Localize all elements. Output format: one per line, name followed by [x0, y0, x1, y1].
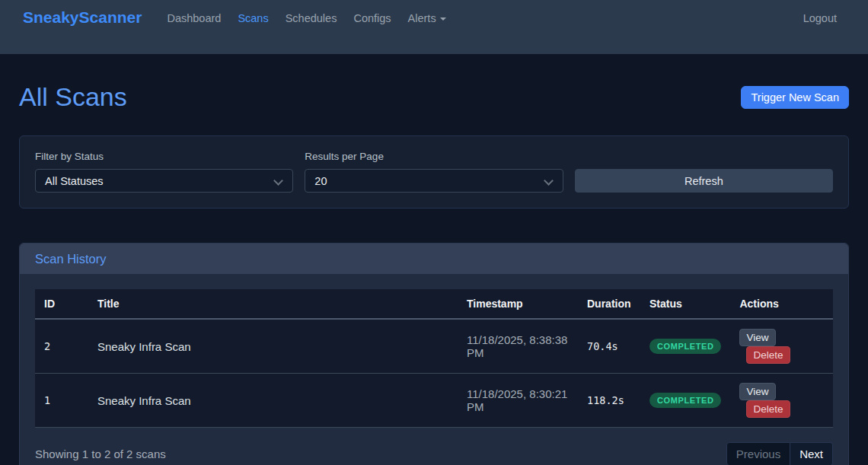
- table-header-row: ID Title Timestamp Duration Status Actio…: [35, 289, 833, 319]
- status-filter-select[interactable]: All Statuses: [35, 169, 293, 193]
- status-badge: COMPLETED: [649, 339, 721, 354]
- scan-status-cell: COMPLETED: [640, 374, 730, 428]
- scan-timestamp: 11/18/2025, 8:38:38 PM: [458, 319, 578, 374]
- page-title: All Scans: [19, 82, 127, 112]
- scan-history-header: Scan History: [20, 244, 848, 274]
- scan-timestamp: 11/18/2025, 8:30:21 PM: [458, 374, 578, 428]
- scan-title: Sneaky Infra Scan: [88, 319, 458, 374]
- scan-duration: 118.2s: [578, 374, 640, 428]
- scan-id: 2: [35, 319, 88, 374]
- per-page-select[interactable]: 20: [305, 169, 563, 193]
- nav-item-configs[interactable]: Configs: [347, 11, 397, 26]
- column-header-title: Title: [88, 289, 458, 319]
- nav-item-dashboard[interactable]: Dashboard: [161, 11, 227, 26]
- scans-table: ID Title Timestamp Duration Status Actio…: [35, 289, 833, 428]
- scan-history-card: Scan History ID Title Timestamp Duration…: [19, 243, 849, 465]
- table-row: 1 Sneaky Infra Scan 11/18/2025, 8:30:21 …: [35, 374, 833, 428]
- nav-item-scans[interactable]: Scans: [231, 11, 274, 26]
- scan-duration: 70.4s: [578, 319, 640, 374]
- column-header-actions: Actions: [730, 289, 833, 319]
- column-header-timestamp: Timestamp: [458, 289, 578, 319]
- trigger-new-scan-button[interactable]: Trigger New Scan: [741, 86, 849, 109]
- refresh-group: Refresh: [575, 151, 833, 193]
- scan-id: 1: [35, 374, 88, 428]
- navbar: SneakyScanner Dashboard Scans Schedules …: [0, 0, 868, 54]
- nav-links: Dashboard Scans Schedules Configs Alerts: [158, 11, 454, 26]
- nav-item-schedules[interactable]: Schedules: [279, 11, 343, 26]
- nav-item-alerts-label: Alerts: [408, 12, 436, 24]
- scan-history-body: ID Title Timestamp Duration Status Actio…: [20, 274, 848, 465]
- status-badge: COMPLETED: [649, 393, 721, 408]
- pagination: Previous Next: [726, 442, 833, 465]
- nav-right: Logout: [795, 11, 845, 26]
- pagination-previous-button[interactable]: Previous: [726, 442, 790, 465]
- status-filter-group: Filter by Status All Statuses: [35, 151, 293, 193]
- table-row: 2 Sneaky Infra Scan 11/18/2025, 8:38:38 …: [35, 319, 833, 374]
- app-brand[interactable]: SneakyScanner: [23, 9, 142, 26]
- main-container: All Scans Trigger New Scan Filter by Sta…: [19, 82, 849, 465]
- page-header: All Scans Trigger New Scan: [19, 82, 849, 112]
- per-page-label: Results per Page: [305, 151, 563, 162]
- column-header-status: Status: [640, 289, 730, 319]
- pagination-next-button[interactable]: Next: [790, 442, 833, 465]
- table-footer: Showing 1 to 2 of 2 scans Previous Next: [35, 442, 833, 465]
- scan-actions-cell: View Delete: [730, 374, 833, 428]
- nav-item-alerts[interactable]: Alerts: [402, 11, 452, 26]
- scan-actions-cell: View Delete: [730, 319, 833, 374]
- column-header-id: ID: [35, 289, 88, 319]
- per-page-group: Results per Page 20: [305, 151, 563, 193]
- view-button[interactable]: View: [739, 329, 775, 346]
- results-summary: Showing 1 to 2 of 2 scans: [35, 447, 166, 460]
- filter-panel: Filter by Status All Statuses Results pe…: [19, 135, 849, 209]
- column-header-duration: Duration: [578, 289, 640, 319]
- status-filter-label: Filter by Status: [35, 151, 293, 162]
- delete-button[interactable]: Delete: [746, 400, 790, 418]
- status-filter-value: All Statuses: [45, 175, 104, 187]
- per-page-value: 20: [314, 175, 327, 187]
- chevron-down-icon: [440, 18, 446, 21]
- logout-link[interactable]: Logout: [797, 12, 843, 24]
- refresh-button[interactable]: Refresh: [575, 169, 833, 193]
- view-button[interactable]: View: [739, 383, 775, 400]
- scan-history-title: Scan History: [35, 252, 107, 266]
- delete-button[interactable]: Delete: [746, 346, 790, 364]
- scan-status-cell: COMPLETED: [640, 319, 730, 374]
- scan-title: Sneaky Infra Scan: [88, 374, 458, 428]
